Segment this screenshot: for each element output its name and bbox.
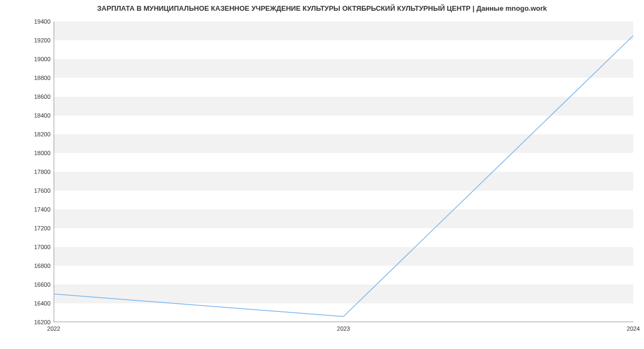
svg-rect-3 — [54, 247, 633, 266]
y-tick-label: 16200 — [34, 319, 50, 325]
svg-rect-12 — [54, 78, 633, 97]
svg-rect-10 — [54, 115, 633, 134]
x-tick-label: 2023 — [337, 325, 350, 332]
svg-rect-6 — [54, 191, 633, 209]
y-tick-label: 17800 — [34, 169, 50, 175]
y-tick-label: 18400 — [34, 112, 50, 119]
y-tick-label: 18800 — [34, 75, 50, 81]
y-tick-label: 16800 — [34, 263, 50, 269]
svg-rect-13 — [54, 59, 633, 78]
y-tick-label: 19000 — [34, 56, 50, 62]
y-tick-label: 18600 — [34, 93, 50, 100]
svg-rect-15 — [54, 21, 633, 40]
chart-svg — [54, 21, 633, 322]
y-tick-label: 18200 — [34, 131, 50, 137]
y-tick-label: 17200 — [34, 225, 50, 231]
svg-rect-5 — [54, 209, 633, 228]
y-tick-label: 19200 — [34, 37, 50, 43]
y-tick-label: 17400 — [34, 206, 50, 213]
svg-rect-7 — [54, 172, 633, 191]
x-tick-label: 2024 — [627, 325, 640, 332]
svg-rect-11 — [54, 97, 633, 115]
chart-container: ЗАРПЛАТА В МУНИЦИПАЛЬНОЕ КАЗЕННОЕ УЧРЕЖД… — [0, 0, 644, 349]
chart-title: ЗАРПЛАТА В МУНИЦИПАЛЬНОЕ КАЗЕННОЕ УЧРЕЖД… — [0, 4, 644, 12]
svg-rect-14 — [54, 40, 633, 59]
svg-rect-4 — [54, 228, 633, 247]
svg-rect-0 — [54, 303, 633, 322]
plot-area — [54, 21, 633, 322]
svg-rect-2 — [54, 266, 633, 285]
svg-rect-8 — [54, 153, 633, 172]
svg-rect-9 — [54, 134, 633, 153]
x-tick-label: 2022 — [47, 325, 60, 332]
y-tick-label: 16400 — [34, 300, 50, 307]
y-tick-label: 16600 — [34, 281, 50, 288]
y-tick-label: 17000 — [34, 244, 50, 250]
y-tick-label: 17600 — [34, 187, 50, 194]
y-tick-label: 18000 — [34, 150, 50, 156]
y-tick-label: 19400 — [34, 18, 50, 25]
